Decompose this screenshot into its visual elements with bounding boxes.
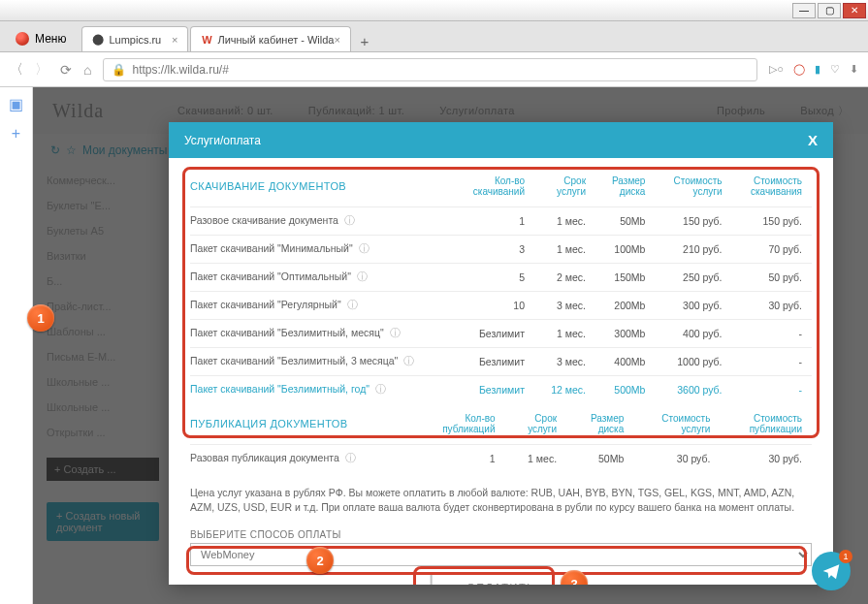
sidebar-add-icon[interactable]: + [12, 125, 20, 143]
col-count: Кол-воскачиваний [454, 172, 534, 207]
col-term: Срокуслуги [505, 409, 567, 445]
download-packages-table: СКАЧИВАНИЕ ДОКУМЕНТОВ Кол-воскачиваний С… [190, 172, 812, 403]
table-row[interactable]: Разовое скачивание документаⓘ 11 мес.50M… [190, 207, 812, 236]
bookmark-icon[interactable]: ♡ [830, 63, 840, 76]
url-text: https://lk.wilda.ru/# [132, 63, 228, 77]
step-badge-3: 3 [561, 570, 588, 585]
modal-title: Услуги/оплата [184, 134, 261, 147]
url-input[interactable]: 🔒 https://lk.wilda.ru/# [103, 58, 757, 81]
table-row[interactable]: Пакет скачиваний "Регулярный"ⓘ 103 мес.2… [190, 292, 812, 320]
window-maximize-button[interactable]: ▢ [818, 3, 841, 18]
table-row[interactable]: Пакет скачиваний "Безлимитный, месяц"ⓘ Б… [190, 320, 812, 348]
tab-close-icon[interactable]: × [334, 34, 339, 46]
modal-header: Услуги/оплата X [169, 122, 833, 158]
back-icon[interactable]: 〈 [10, 61, 23, 79]
page-viewport: Wilda Скачиваний: 0 шт. Публикаций: 1 шт… [33, 87, 868, 604]
new-tab-button[interactable]: + [353, 30, 376, 51]
section-publication-title: ПУБЛИКАЦИЯ ДОКУМЕНТОВ [190, 418, 348, 429]
toolbar-right: ▷○ ◯ ▮ ♡ ⬇ [769, 63, 858, 76]
verify-payment-link[interactable]: Проверить платеж [190, 584, 282, 585]
sidebar-speed-dial-icon[interactable]: ▣ [9, 95, 23, 113]
section-download-title: СКАЧИВАНИЕ ДОКУМЕНТОВ [190, 180, 346, 192]
browser-tab-bar: Меню ⬤ Lumpics.ru × W Личный кабинет - W… [0, 21, 868, 52]
table-row[interactable]: Пакет скачиваний "Безлимитный, год"ⓘ Без… [190, 376, 812, 404]
tab-title: Lumpics.ru [109, 34, 161, 46]
step-badge-2: 2 [306, 547, 334, 574]
download-icon[interactable]: ⬇ [850, 63, 858, 76]
browser-menu-label: Меню [35, 32, 66, 46]
info-icon[interactable]: ⓘ [403, 355, 414, 366]
pay-button[interactable]: ОПЛАТИТЬ [430, 572, 572, 585]
col-disk: Размердиска [595, 172, 655, 207]
info-icon[interactable]: ⓘ [347, 299, 358, 310]
publication-packages-table: ПУБЛИКАЦИЯ ДОКУМЕНТОВ Кол-вопубликаций С… [190, 409, 812, 472]
info-icon[interactable]: ⓘ [375, 383, 386, 395]
telegram-icon [821, 561, 841, 581]
address-bar: 〈 〉 ⟳ ⌂ 🔒 https://lk.wilda.ru/# ▷○ ◯ ▮ ♡… [0, 52, 868, 87]
sync-icon[interactable]: ▷○ [769, 63, 784, 76]
col-cost-svc: Стоимостьуслуги [633, 409, 720, 445]
wilda-icon: W [201, 34, 212, 46]
payment-method-label: ВЫБЕРИТЕ СПОСОБ ОПЛАТЫ [190, 529, 812, 540]
col-cost-svc: Стоимостьуслуги [655, 172, 731, 207]
info-icon[interactable]: ⓘ [345, 452, 356, 463]
step-badge-1: 1 [27, 304, 54, 332]
modal-body: СКАЧИВАНИЕ ДОКУМЕНТОВ Кол-воскачиваний С… [169, 158, 833, 585]
col-count: Кол-вопубликаций [413, 409, 505, 445]
payment-method-select[interactable]: WebMoney [190, 543, 812, 566]
reload-icon[interactable]: ⟳ [60, 62, 72, 78]
info-icon[interactable]: ⓘ [344, 214, 355, 226]
tab-favicon: ⬤ [92, 34, 104, 46]
modal-close-button[interactable]: X [808, 132, 818, 148]
col-disk: Размердиска [566, 409, 633, 445]
table-row[interactable]: Пакет скачиваний "Минимальный"ⓘ 31 мес.1… [190, 236, 812, 264]
pricing-note: Цена услуг указана в рублях РФ. Вы может… [190, 486, 812, 514]
table-row[interactable]: Пакет скачиваний "Оптимальный"ⓘ 52 мес.1… [190, 264, 812, 292]
info-icon[interactable]: ⓘ [390, 327, 401, 338]
opera-small-icon[interactable]: ◯ [793, 63, 805, 76]
forward-icon[interactable]: 〉 [35, 61, 48, 79]
table-row[interactable]: Пакет скачиваний "Безлимитный, 3 месяца"… [190, 348, 812, 376]
ext-icon[interactable]: ▮ [815, 63, 820, 76]
lock-icon: 🔒 [112, 63, 126, 77]
col-cost-pub: Стоимостьпубликации [720, 409, 812, 445]
info-icon[interactable]: ⓘ [359, 242, 370, 254]
home-icon[interactable]: ⌂ [83, 62, 91, 78]
window-minimize-button[interactable]: — [792, 3, 816, 18]
col-term: Срокуслуги [534, 172, 595, 207]
browser-sidebar: ▣ + [0, 87, 33, 604]
telegram-badge: 1 [839, 550, 852, 563]
tab-close-icon[interactable]: × [172, 34, 177, 46]
services-payment-modal: Услуги/оплата X СКАЧИВАНИЕ ДОКУМЕНТОВ Ко… [169, 122, 833, 585]
info-icon[interactable]: ⓘ [357, 270, 368, 282]
browser-menu-button[interactable]: Меню [6, 26, 76, 51]
tab-wilda[interactable]: W Личный кабинет - Wilda × [190, 26, 350, 51]
payment-section: ВЫБЕРИТЕ СПОСОБ ОПЛАТЫ WebMoney Проверит… [190, 529, 812, 585]
opera-icon [16, 32, 29, 46]
telegram-float-button[interactable]: 1 [812, 552, 851, 590]
col-cost-dl: Стоимостьскачивания [732, 172, 812, 207]
table-row[interactable]: Разовая публикация документаⓘ 11 мес.50M… [190, 445, 812, 473]
window-close-button[interactable]: ✕ [843, 3, 866, 18]
tab-lumpics[interactable]: ⬤ Lumpics.ru × [81, 26, 188, 51]
tab-title: Личный кабинет - Wilda [217, 34, 334, 46]
window-chrome: — ▢ ✕ [0, 0, 868, 21]
